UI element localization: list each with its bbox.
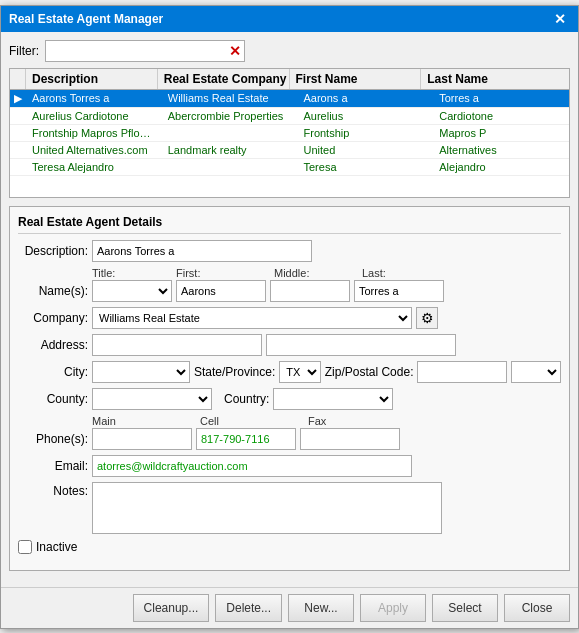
filter-input-wrap: ✕	[45, 40, 245, 62]
city-select[interactable]	[92, 361, 190, 383]
row-description: United Alternatives.com	[26, 142, 162, 158]
agents-table: Description Real Estate Company First Na…	[9, 68, 570, 198]
name-labels-row: Title: First: Middle: Last:	[92, 267, 561, 279]
row-firstname: Teresa	[298, 159, 434, 175]
title-bar: Real Estate Agent Manager ✕	[1, 6, 578, 32]
state-select[interactable]: TX	[279, 361, 320, 383]
row-lastname: Mapros P	[433, 125, 569, 141]
zip-input[interactable]	[417, 361, 507, 383]
row-company	[162, 159, 298, 175]
middle-input[interactable]	[270, 280, 350, 302]
middle-col-label: Middle:	[274, 267, 358, 279]
main-phone-header: Main	[92, 415, 196, 427]
row-lastname: Cardiotone	[433, 108, 569, 124]
table-row[interactable]: Aurelius Cardiotone Abercrombie Properti…	[10, 108, 569, 125]
address2-input[interactable]	[266, 334, 456, 356]
notes-label: Notes:	[18, 482, 88, 498]
row-lastname: Torres a	[433, 90, 569, 107]
cell-phone-header: Cell	[200, 415, 304, 427]
fax-phone-input[interactable]	[300, 428, 400, 450]
row-lastname: Alejandro	[433, 159, 569, 175]
title-select[interactable]	[92, 280, 172, 302]
inactive-label: Inactive	[36, 540, 77, 554]
button-bar: Cleanup... Delete... New... Apply Select…	[1, 587, 578, 628]
row-firstname: United	[298, 142, 434, 158]
county-label: County:	[18, 392, 88, 406]
company-label: Company:	[18, 311, 88, 325]
col-lastname: Last Name	[421, 69, 553, 89]
filter-input[interactable]	[45, 40, 245, 62]
description-row: Description:	[18, 240, 561, 262]
window-title: Real Estate Agent Manager	[9, 12, 163, 26]
cell-phone-input[interactable]	[196, 428, 296, 450]
description-label: Description:	[18, 244, 88, 258]
table-row[interactable]: ▶ Aarons Torres a Williams Real Estate A…	[10, 90, 569, 108]
filter-clear-icon[interactable]: ✕	[229, 44, 241, 58]
col-company: Real Estate Company	[158, 69, 290, 89]
close-icon[interactable]: ✕	[550, 12, 570, 26]
county-country-row: County: Country:	[18, 388, 561, 410]
row-firstname: Frontship	[298, 125, 434, 141]
row-arrow	[10, 125, 26, 141]
address-label: Address:	[18, 338, 88, 352]
select-button[interactable]: Select	[432, 594, 498, 622]
last-input[interactable]	[354, 280, 444, 302]
last-col-label: Last:	[362, 267, 452, 279]
table-row[interactable]: Frontship Mapros Pfloding Frontship Mapr…	[10, 125, 569, 142]
zip-label: Zip/Postal Code:	[325, 365, 414, 379]
notes-textarea[interactable]	[92, 482, 442, 534]
row-company: Williams Real Estate	[162, 90, 298, 107]
notes-row: Notes:	[18, 482, 561, 534]
description-input[interactable]	[92, 240, 312, 262]
first-col-label: First:	[176, 267, 270, 279]
table-header: Description Real Estate Company First Na…	[10, 69, 569, 90]
company-row: Company: Williams Real Estate ⚙	[18, 307, 561, 329]
country-select[interactable]	[273, 388, 393, 410]
row-arrow: ▶	[10, 90, 26, 107]
row-description: Aarons Torres a	[26, 90, 162, 107]
cleanup-button[interactable]: Cleanup...	[133, 594, 210, 622]
names-row: Name(s):	[18, 280, 561, 302]
row-description: Teresa Alejandro	[26, 159, 162, 175]
filter-row: Filter: ✕	[9, 40, 570, 62]
apply-button[interactable]: Apply	[360, 594, 426, 622]
table-row[interactable]: United Alternatives.com Landmark realty …	[10, 142, 569, 159]
content-area: Filter: ✕ Description Real Estate Compan…	[1, 32, 578, 587]
email-row: Email:	[18, 455, 561, 477]
main-phone-input[interactable]	[92, 428, 192, 450]
inactive-checkbox[interactable]	[18, 540, 32, 554]
inactive-row: Inactive	[18, 540, 561, 554]
email-input[interactable]	[92, 455, 412, 477]
phones-row: Phone(s):	[18, 428, 561, 450]
names-label: Name(s):	[18, 284, 88, 298]
row-company: Landmark realty	[162, 142, 298, 158]
col-firstname: First Name	[290, 69, 422, 89]
address-row: Address:	[18, 334, 561, 356]
close-button[interactable]: Close	[504, 594, 570, 622]
new-button[interactable]: New...	[288, 594, 354, 622]
city-state-row: City: State/Province: TX Zip/Postal Code…	[18, 361, 561, 383]
row-firstname: Aarons a	[298, 90, 434, 107]
row-company: Abercrombie Properties	[162, 108, 298, 124]
details-section-label: Real Estate Agent Details	[18, 215, 561, 234]
country-label: Country:	[224, 392, 269, 406]
county-select[interactable]	[92, 388, 212, 410]
filter-label: Filter:	[9, 44, 39, 58]
phone-headers-row: Main Cell Fax	[92, 415, 561, 427]
company-select[interactable]: Williams Real Estate	[92, 307, 412, 329]
col-description: Description	[26, 69, 158, 89]
city-label: City:	[18, 365, 88, 379]
row-arrow	[10, 108, 26, 124]
delete-button[interactable]: Delete...	[215, 594, 282, 622]
gear-button[interactable]: ⚙	[416, 307, 438, 329]
table-row[interactable]: Teresa Alejandro Teresa Alejandro	[10, 159, 569, 176]
main-window: Real Estate Agent Manager ✕ Filter: ✕ De…	[0, 5, 579, 629]
row-description: Frontship Mapros Pfloding	[26, 125, 162, 141]
details-section: Real Estate Agent Details Description: T…	[9, 206, 570, 571]
address1-input[interactable]	[92, 334, 262, 356]
row-company	[162, 125, 298, 141]
zip-select[interactable]	[511, 361, 561, 383]
row-firstname: Aurelius	[298, 108, 434, 124]
title-col-label: Title:	[92, 267, 172, 279]
first-input[interactable]	[176, 280, 266, 302]
